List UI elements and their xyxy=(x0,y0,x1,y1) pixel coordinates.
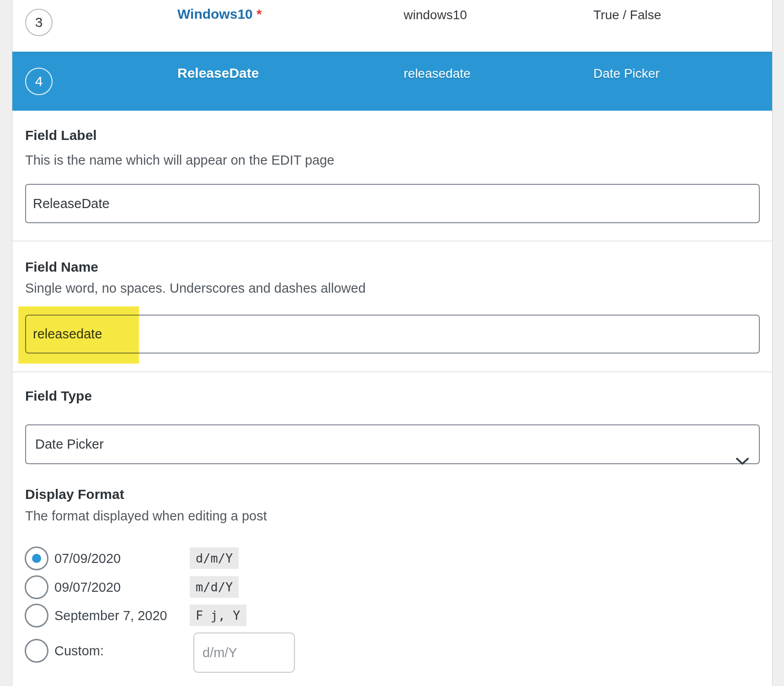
display-format-description: The format displayed when editing a post xyxy=(25,508,267,524)
section-divider xyxy=(12,371,772,372)
format-code-badge: F j, Y xyxy=(190,605,246,626)
radio-button[interactable] xyxy=(25,547,48,570)
field-name-cell: windows10 xyxy=(404,7,467,23)
field-group-panel: 3 Windows10 * windows10 True / False 4 R… xyxy=(12,0,773,686)
field-order-number: 3 xyxy=(35,15,43,30)
field-type-cell: Date Picker xyxy=(593,66,660,81)
radio-label[interactable]: 07/09/2020 xyxy=(54,547,121,570)
field-type-heading: Field Type xyxy=(25,388,92,404)
display-format-heading: Display Format xyxy=(25,486,124,503)
field-name-input[interactable] xyxy=(25,315,760,354)
display-format-option: 09/07/2020 m/d/Y xyxy=(12,575,772,599)
field-type-cell: True / False xyxy=(593,7,661,23)
field-label-link[interactable]: Windows10 * xyxy=(177,6,262,22)
field-type-select[interactable]: Date Picker xyxy=(25,424,760,464)
radio-button[interactable] xyxy=(25,639,48,663)
field-name-cell: releasedate xyxy=(404,66,470,81)
format-code-badge: m/d/Y xyxy=(190,576,239,598)
field-label-input[interactable] xyxy=(25,184,760,223)
field-row-open[interactable]: 4 ReleaseDate releasedate Date Picker xyxy=(12,52,772,111)
radio-label[interactable]: September 7, 2020 xyxy=(54,604,167,627)
field-type-selected-value: Date Picker xyxy=(35,437,104,451)
field-order-handle[interactable]: 4 xyxy=(25,68,53,95)
field-label-heading: Field Label xyxy=(25,127,97,144)
chevron-down-icon xyxy=(736,442,749,480)
field-label-description: This is the name which will appear on th… xyxy=(25,152,335,168)
field-order-number: 4 xyxy=(35,74,43,89)
field-name-description: Single word, no spaces. Underscores and … xyxy=(25,280,366,296)
radio-dot xyxy=(32,554,41,563)
section-divider xyxy=(12,241,772,241)
display-format-option: September 7, 2020 F j, Y xyxy=(12,604,772,627)
custom-format-input[interactable] xyxy=(193,632,295,673)
field-order-handle[interactable]: 3 xyxy=(25,9,53,36)
field-label-link[interactable]: ReleaseDate xyxy=(177,65,259,81)
radio-button[interactable] xyxy=(25,575,48,599)
format-code-badge: d/m/Y xyxy=(190,547,239,569)
radio-button[interactable] xyxy=(25,604,48,627)
required-asterisk: * xyxy=(253,6,262,21)
field-name-heading: Field Name xyxy=(25,259,98,275)
display-format-option: 07/09/2020 d/m/Y xyxy=(12,547,772,570)
display-format-option-custom: Custom: xyxy=(12,639,772,663)
field-row-collapsed[interactable]: 3 Windows10 * windows10 True / False xyxy=(12,0,772,52)
radio-label[interactable]: 09/07/2020 xyxy=(54,575,121,599)
radio-label[interactable]: Custom: xyxy=(54,639,104,663)
